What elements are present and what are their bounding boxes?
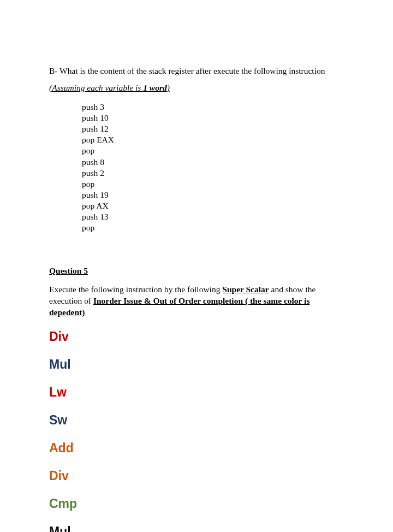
code-line: push 13 [82,211,347,222]
document-page: B- What is the content of the stack regi… [0,0,393,532]
code-line: push 10 [82,113,347,123]
code-line: push 19 [82,190,347,200]
instr-div2: Div [49,470,347,482]
code-line: push 2 [82,168,347,179]
q5-intro-prefix: Execute the following instruction by the… [49,285,222,294]
q5-super-scalar: Super Scalar [222,285,269,294]
instr-sw: Sw [49,414,347,427]
code-line: push 8 [82,157,347,168]
assumption-bold: 1 word [143,83,167,92]
code-line: pop AX [82,200,347,211]
code-line: pop [82,179,347,190]
part-b-assumption: (Assuming each variable is 1 word) [49,82,347,94]
code-line: pop [82,222,347,233]
instr-div: Div [49,330,347,343]
instr-mul2: Mul [49,525,347,532]
assumption-prefix: (Assuming each variable is [49,83,143,92]
question-5-intro: Execute the following instruction by the… [49,284,347,318]
instr-lw: Lw [49,386,347,399]
question-5-heading: Question 5 [49,265,347,277]
instr-add: Add [49,442,347,454]
part-b-title: B- What is the content of the stack regi… [49,66,347,77]
stack-code-block: push 3 push 10 push 12 pop EAX pop push … [49,102,347,234]
instr-cmp: Cmp [49,498,347,510]
code-line: push 3 [82,102,347,113]
assumption-suffix: ) [167,83,170,92]
code-line: pop [82,145,347,156]
instr-mul: Mul [49,358,347,371]
code-line: pop EAX [82,134,347,145]
code-line: push 12 [82,123,347,134]
q5-instructions-list: Div Mul Lw Sw Add Div Cmp Mul [49,330,347,532]
